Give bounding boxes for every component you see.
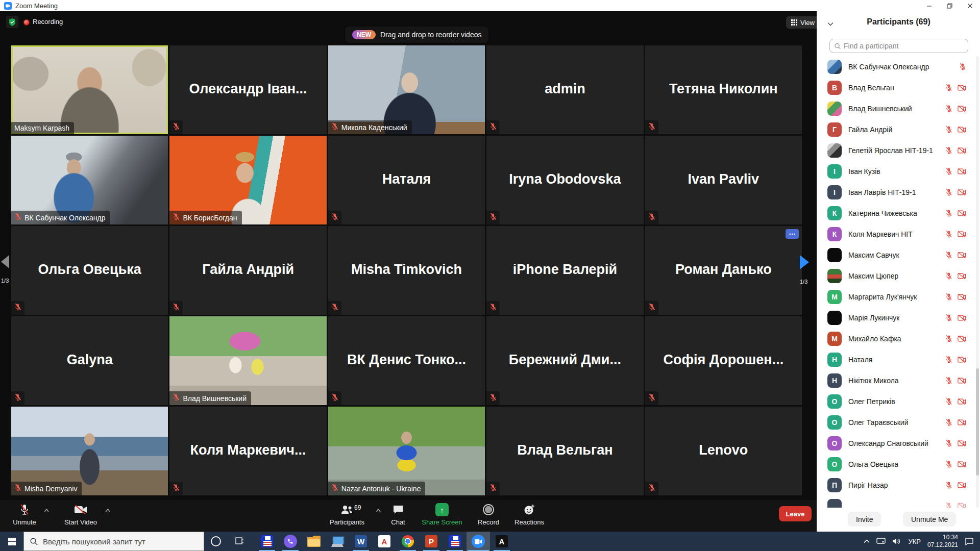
video-tile[interactable]: Misha Demyaniv <box>11 407 168 495</box>
video-tile[interactable]: iPhone Валерій <box>486 226 643 315</box>
viber-icon[interactable] <box>279 532 302 551</box>
video-tile[interactable]: Софія Дорошен... <box>645 316 802 405</box>
participant-row[interactable]: О Олег Петриків <box>817 391 974 412</box>
taskbar-clock[interactable]: 10:34 07.12.2021 <box>927 534 958 549</box>
video-tile[interactable]: Maksym Karpash <box>11 45 168 134</box>
video-tile[interactable]: Ivan Pavliv <box>645 136 802 224</box>
share-screen-button[interactable]: ↑ Share Screen <box>419 503 465 526</box>
participant-status-icons <box>945 460 966 468</box>
participant-row[interactable]: М Михайло Кафка <box>817 328 974 349</box>
task-view-button[interactable] <box>228 532 251 551</box>
video-tile[interactable]: Наталя <box>328 136 485 224</box>
reactions-button[interactable]: Reactions <box>511 503 547 526</box>
participant-row[interactable]: П Пиріг Назар <box>817 474 974 495</box>
participant-row[interactable]: О Олег Тараєвський <box>817 412 974 433</box>
camera-off-icon <box>958 461 966 468</box>
save-app-icon[interactable] <box>443 532 467 551</box>
participant-row[interactable]: Марія Лукинчук <box>817 307 974 328</box>
video-tile[interactable]: Коля Маркевич... <box>169 407 326 495</box>
hidden-icons-chevron[interactable] <box>864 539 870 543</box>
participants-button[interactable]: Participants <box>326 503 369 526</box>
tile-muted-mic-icon <box>331 393 338 403</box>
unmute-chevron[interactable]: ˄ <box>44 507 49 513</box>
gallery-prev-button[interactable]: 1/3 <box>1 255 11 284</box>
video-tile[interactable]: Ольга Овецька <box>11 226 168 315</box>
leave-button[interactable]: Leave <box>779 506 812 521</box>
record-button[interactable]: Record <box>474 503 503 526</box>
participants-chevron[interactable]: ˄ <box>376 507 381 513</box>
video-tile[interactable]: Микола Каденський <box>328 45 485 134</box>
restore-button[interactable] <box>939 0 960 11</box>
tile-name-label <box>645 301 658 315</box>
video-tile[interactable]: ВК БорисБогдан <box>169 136 326 224</box>
minimize-button[interactable] <box>919 0 939 11</box>
video-tile[interactable]: Misha Timkovich <box>328 226 485 315</box>
video-tile[interactable]: Влад Вельган <box>486 407 643 495</box>
start-video-button[interactable]: Start Video <box>60 503 101 526</box>
video-tile[interactable]: admin <box>486 45 643 134</box>
unmute-button[interactable]: Unmute <box>8 503 41 526</box>
powerpoint-icon[interactable]: P <box>420 532 443 551</box>
aimp-icon[interactable]: A <box>490 532 513 551</box>
language-indicator[interactable]: УКР <box>908 538 921 545</box>
volume-icon[interactable] <box>892 538 901 545</box>
view-button[interactable]: View <box>786 16 820 29</box>
zoom-app-icon[interactable] <box>467 532 490 551</box>
participant-row[interactable]: О Ольга Овецька <box>817 454 974 474</box>
start-video-chevron[interactable]: ˄ <box>105 507 110 513</box>
participant-row[interactable]: Максим Цюпер <box>817 265 974 286</box>
participant-search-box[interactable] <box>829 39 968 53</box>
this-pc-icon[interactable] <box>326 532 349 551</box>
participant-row[interactable]: Н Нікітюк Микола <box>817 370 974 391</box>
chrome-icon[interactable] <box>396 532 420 551</box>
participant-row[interactable]: ВК Сабунчак Олександр <box>817 56 974 77</box>
participant-row[interactable]: І Іван Лаврів НІТ-19-1 <box>817 182 974 203</box>
tile-more-options-button[interactable]: ⋯ <box>786 229 799 239</box>
meeting-info-shield-icon[interactable] <box>6 16 18 28</box>
mic-off-icon <box>173 122 180 130</box>
video-tile[interactable]: Роман Данько ⋯ <box>645 226 802 315</box>
participant-row[interactable]: М Маргарита Лук'янчук <box>817 286 974 307</box>
participant-row[interactable]: Гелетій Ярослав НІТ-19-1 <box>817 140 974 161</box>
video-tile[interactable]: ВК Денис Тонко... <box>328 316 485 405</box>
video-tile[interactable]: Iryna Obodovska <box>486 136 643 224</box>
word-icon[interactable]: W <box>349 532 373 551</box>
panel-scrollbar-thumb[interactable] <box>976 368 979 475</box>
video-tile[interactable]: Бережний Дми... <box>486 316 643 405</box>
participant-row[interactable]: О Олександр Снаговський <box>817 433 974 454</box>
participants-list[interactable]: ВК Сабунчак Олександр В Влад Вельган Вла… <box>817 56 974 508</box>
taskbar-search-box[interactable]: Введіть пошуковий запит тут <box>23 532 204 551</box>
participant-row[interactable]: Максим Савчук <box>817 244 974 265</box>
file-explorer-icon[interactable] <box>302 532 326 551</box>
participant-row[interactable]: Г Гайла Андрій <box>817 119 974 140</box>
cortana-button[interactable] <box>204 532 228 551</box>
recording-indicator-icon[interactable] <box>23 19 30 26</box>
participant-row[interactable]: І Іван Кузів <box>817 161 974 182</box>
participant-row[interactable]: Влад Вишневський <box>817 98 974 119</box>
video-tile[interactable]: Galyna <box>11 316 168 405</box>
unmute-me-button[interactable]: Unmute Me <box>903 512 956 527</box>
participant-search-input[interactable] <box>844 42 963 50</box>
participant-row[interactable]: Н Наталя <box>817 349 974 370</box>
acrobat-icon[interactable]: A <box>373 532 396 551</box>
video-tile[interactable]: ВК Сабунчак Олександр <box>11 136 168 224</box>
mic-off-icon <box>648 393 655 401</box>
action-center-icon[interactable] <box>965 537 974 545</box>
video-tile[interactable]: Nazar Antoniuk - Ukraine <box>328 407 485 495</box>
tray-display-icon[interactable] <box>876 538 886 545</box>
video-tile[interactable]: Lenovo <box>645 407 802 495</box>
video-tile[interactable]: Олександр Іван... <box>169 45 326 134</box>
invite-button[interactable]: Invite <box>848 512 881 527</box>
video-tile[interactable]: Гайла Андрій <box>169 226 326 315</box>
close-button[interactable] <box>960 0 980 11</box>
chat-button[interactable]: Chat <box>384 503 412 526</box>
participant-row-partial[interactable] <box>817 495 974 508</box>
video-tile[interactable]: Тетяна Николин <box>645 45 802 134</box>
participant-row[interactable]: К Катерина Чижевська <box>817 203 974 223</box>
start-button[interactable] <box>0 532 23 551</box>
participant-row[interactable]: В Влад Вельган <box>817 77 974 98</box>
participant-row[interactable]: К Коля Маркевич НІТ <box>817 223 974 244</box>
save-app-icon[interactable] <box>255 532 279 551</box>
video-tile[interactable]: Влад Вишневський <box>169 316 326 405</box>
gallery-next-button[interactable]: 1/3 <box>800 255 813 285</box>
